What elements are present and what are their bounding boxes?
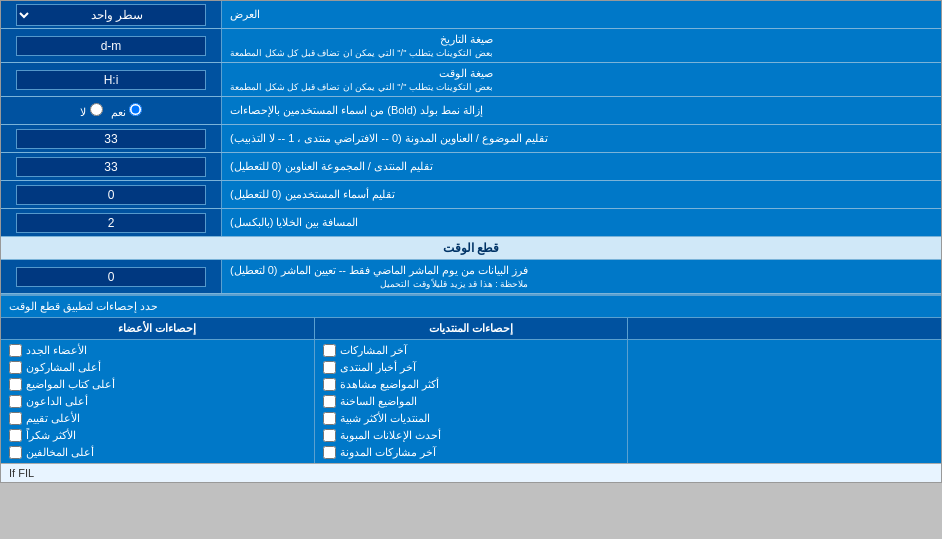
cutoff-row: فرز البيانات من يوم الماشر الماضي فقط --…: [1, 260, 941, 294]
checkbox-member-7[interactable]: [9, 446, 22, 459]
checkbox-member-1[interactable]: [9, 344, 22, 357]
bold-yes-radio[interactable]: [129, 103, 142, 116]
list-item: آخر أخبار المنتدى: [315, 359, 628, 376]
checkbox-forum-4[interactable]: [323, 395, 336, 408]
date-format-row: صيغة التاريخبعض التكوينات يتطلب "/" التي…: [1, 29, 941, 63]
cutoff-input[interactable]: [16, 267, 206, 287]
mode-cell: سطر واحد متعدد الأسطر: [1, 1, 221, 28]
space-input-cell: [1, 209, 221, 236]
list-item: الأعلى تقييم: [1, 410, 314, 427]
checkboxes-col2: آخر المشاركات آخر أخبار المنتدى أكثر الم…: [314, 340, 628, 463]
checkbox-forum-5[interactable]: [323, 412, 336, 425]
col2-header: إحصاءات المنتديات: [314, 318, 628, 339]
checkbox-member-5[interactable]: [9, 412, 22, 425]
list-item: أعلى المشاركون: [1, 359, 314, 376]
topics-label: تقليم الموضوع / العناوين المدونة (0 -- ا…: [221, 125, 941, 152]
usernames-input[interactable]: [16, 185, 206, 205]
usernames-input-cell: [1, 181, 221, 208]
cutoff-label: فرز البيانات من يوم الماشر الماضي فقط --…: [221, 260, 941, 293]
list-item: أكثر المواضيع مشاهدة: [315, 376, 628, 393]
checkboxes-header-row: إحصاءات المنتديات إحصاءات الأعضاء: [1, 318, 941, 340]
bold-row: إزالة نمط بولد (Bold) من اسماء المستخدمي…: [1, 97, 941, 125]
list-item: الأكثر شكراً: [1, 427, 314, 444]
date-format-label: صيغة التاريخبعض التكوينات يتطلب "/" التي…: [221, 29, 941, 62]
bold-no-radio[interactable]: [90, 103, 103, 116]
forum-input[interactable]: [16, 157, 206, 177]
col3-header: [627, 318, 941, 339]
forum-label: تقليم المنتدى / المجموعة العناوين (0 للت…: [221, 153, 941, 180]
mode-select[interactable]: سطر واحد متعدد الأسطر: [16, 4, 206, 26]
topics-input-cell: [1, 125, 221, 152]
checkbox-member-4[interactable]: [9, 395, 22, 408]
space-input[interactable]: [16, 213, 206, 233]
space-label: المسافة بين الخلايا (بالبكسل): [221, 209, 941, 236]
limit-row: حدد إحصاءات لتطبيق قطع الوقت: [1, 296, 941, 318]
date-format-input[interactable]: [16, 36, 206, 56]
bold-yes-label: نعم: [111, 103, 142, 119]
usernames-label: تقليم أسماء المستخدمين (0 للتعطيل): [221, 181, 941, 208]
date-format-input-cell: [1, 29, 221, 62]
list-item: الأعضاء الجدد: [1, 342, 314, 359]
checkbox-forum-1[interactable]: [323, 344, 336, 357]
cutoff-input-cell: [1, 260, 221, 293]
checkbox-member-6[interactable]: [9, 429, 22, 442]
list-item: أعلى الداعون: [1, 393, 314, 410]
checkboxes-col3: [627, 340, 941, 463]
time-format-label: صيغة الوقتبعض التكوينات يتطلب "/" التي ي…: [221, 63, 941, 96]
space-row: المسافة بين الخلايا (بالبكسل): [1, 209, 941, 237]
checkboxes-body-row: آخر المشاركات آخر أخبار المنتدى أكثر الم…: [1, 340, 941, 463]
title-label: العرض: [221, 1, 941, 28]
list-item: أحدث الإعلانات المبوبة: [315, 427, 628, 444]
checkbox-forum-6[interactable]: [323, 429, 336, 442]
main-container: العرض سطر واحد متعدد الأسطر صيغة التاريخ…: [0, 0, 942, 483]
bold-input-cell: نعم لا: [1, 97, 221, 124]
list-item: آخر المشاركات: [315, 342, 628, 359]
checkboxes-section: حدد إحصاءات لتطبيق قطع الوقت إحصاءات الم…: [1, 294, 941, 463]
list-item: المواضيع الساخنة: [315, 393, 628, 410]
list-item: أعلى كتاب المواضيع: [1, 376, 314, 393]
bold-no-label: لا: [80, 103, 102, 119]
usernames-row: تقليم أسماء المستخدمين (0 للتعطيل): [1, 181, 941, 209]
checkbox-forum-3[interactable]: [323, 378, 336, 391]
time-format-input[interactable]: [16, 70, 206, 90]
forum-row: تقليم المنتدى / المجموعة العناوين (0 للت…: [1, 153, 941, 181]
list-item: أعلى المخالفين: [1, 444, 314, 461]
bottom-note: If FIL: [1, 463, 941, 482]
checkbox-member-2[interactable]: [9, 361, 22, 374]
col1-header: إحصاءات الأعضاء: [1, 318, 314, 339]
checkbox-forum-7[interactable]: [323, 446, 336, 459]
checkboxes-col1: الأعضاء الجدد أعلى المشاركون أعلى كتاب ا…: [1, 340, 314, 463]
topics-input[interactable]: [16, 129, 206, 149]
bold-radio-group: نعم لا: [70, 103, 151, 119]
topics-row: تقليم الموضوع / العناوين المدونة (0 -- ا…: [1, 125, 941, 153]
forum-input-cell: [1, 153, 221, 180]
section-header: قطع الوقت: [1, 237, 941, 260]
bold-label: إزالة نمط بولد (Bold) من اسماء المستخدمي…: [221, 97, 941, 124]
title-row: العرض سطر واحد متعدد الأسطر: [1, 1, 941, 29]
list-item: المنتديات الأكثر شبية: [315, 410, 628, 427]
checkbox-member-3[interactable]: [9, 378, 22, 391]
time-format-row: صيغة الوقتبعض التكوينات يتطلب "/" التي ي…: [1, 63, 941, 97]
list-item: آخر مشاركات المدونة: [315, 444, 628, 461]
checkbox-forum-2[interactable]: [323, 361, 336, 374]
time-format-input-cell: [1, 63, 221, 96]
